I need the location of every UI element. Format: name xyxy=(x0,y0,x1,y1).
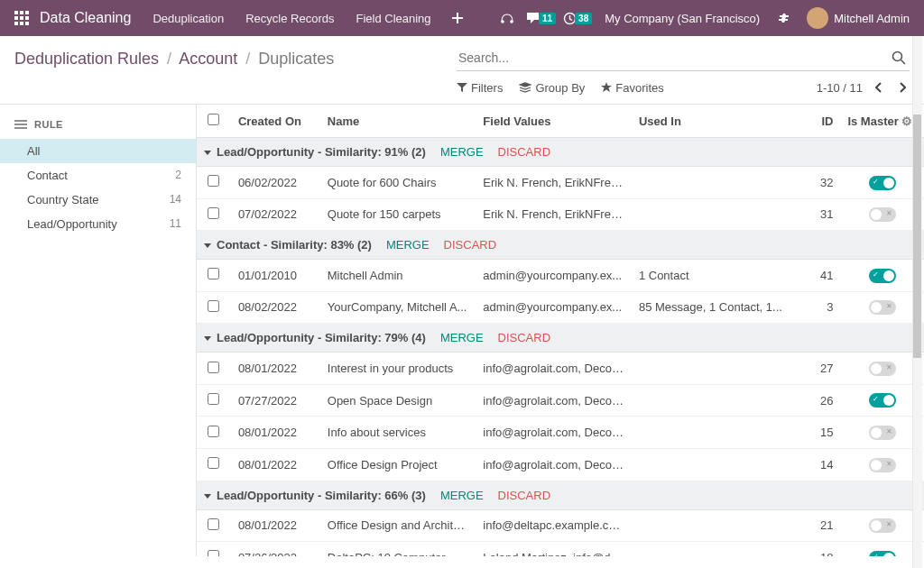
group-header[interactable]: Contact - Similarity: 83% (2)MERGEDISCAR… xyxy=(197,231,924,260)
merge-button[interactable]: MERGE xyxy=(440,489,484,502)
merge-button[interactable]: MERGE xyxy=(440,145,484,159)
table-row[interactable]: 01/01/2010Mitchell Adminadmin@yourcompan… xyxy=(197,260,924,292)
group-header[interactable]: Lead/Opportunity - Similarity: 66% (3)ME… xyxy=(197,481,924,509)
is-master-toggle[interactable]: ✕ xyxy=(869,300,896,315)
filters-button[interactable]: Filters xyxy=(457,81,503,95)
table-row[interactable]: 08/01/2022Interest in your productsinfo@… xyxy=(197,353,924,385)
row-checkbox[interactable] xyxy=(197,353,231,385)
cell-used-in xyxy=(632,542,793,556)
breadcrumb-root[interactable]: Deduplication Rules xyxy=(14,50,159,68)
nav-activities-icon[interactable]: 38 xyxy=(559,0,596,36)
sidebar-item-label: All xyxy=(27,144,40,158)
col-name[interactable]: Name xyxy=(320,105,476,138)
row-checkbox[interactable] xyxy=(197,198,231,231)
nav-recycle-records[interactable]: Recycle Records xyxy=(235,0,345,36)
sidebar-item-contact[interactable]: Contact2 xyxy=(0,163,196,188)
table-row[interactable]: 07/27/2022Open Space Designinfo@agrolait… xyxy=(197,384,924,417)
is-master-toggle[interactable]: ✕ xyxy=(869,518,896,533)
apps-menu-icon[interactable] xyxy=(7,4,36,32)
breadcrumb-mid[interactable]: Account xyxy=(179,50,237,68)
row-checkbox[interactable] xyxy=(197,509,231,542)
cell-used-in: 85 Message, 1 Contact, 1... xyxy=(632,291,793,324)
row-checkbox[interactable] xyxy=(197,417,231,449)
group-header[interactable]: Lead/Opportunity - Similarity: 79% (4)ME… xyxy=(197,324,924,353)
search-input[interactable] xyxy=(457,47,888,69)
group-header[interactable]: Lead/Opportunity - Similarity: 91% (2)ME… xyxy=(197,138,924,167)
cell-field-values: Erik N. French, ErikNFren... xyxy=(476,198,632,231)
optional-fields-icon[interactable]: ⚙ xyxy=(901,115,912,128)
nav-field-cleaning[interactable]: Field Cleaning xyxy=(345,0,441,36)
col-field-values[interactable]: Field Values xyxy=(476,105,632,138)
sidebar-item-all[interactable]: All xyxy=(0,139,196,163)
merge-button[interactable]: MERGE xyxy=(386,238,430,252)
pager-next-icon[interactable] xyxy=(895,80,910,95)
control-panel: Deduplication Rules / Account / Duplicat… xyxy=(0,36,924,104)
col-created-on[interactable]: Created On xyxy=(231,105,320,138)
is-master-toggle[interactable]: ✓ xyxy=(869,393,896,408)
discard-button[interactable]: DISCARD xyxy=(498,331,551,344)
col-id[interactable]: ID xyxy=(793,105,841,138)
cell-field-values: info@agrolait.com, Deco ... xyxy=(476,417,632,449)
sidebar-item-country-state[interactable]: Country State14 xyxy=(0,188,196,212)
header-checkbox[interactable] xyxy=(197,105,231,138)
is-master-toggle[interactable]: ✕ xyxy=(869,458,896,472)
discard-button[interactable]: DISCARD xyxy=(444,238,497,252)
scrollbar-thumb[interactable] xyxy=(913,115,921,358)
pager-prev-icon[interactable] xyxy=(872,80,886,95)
table-row[interactable]: 08/01/2022Office Design and Archite...in… xyxy=(197,509,924,542)
cell-used-in xyxy=(632,417,793,449)
svg-point-11 xyxy=(502,21,504,23)
nav-deduplication[interactable]: Deduplication xyxy=(142,0,235,36)
scrollbar-track[interactable] xyxy=(912,36,922,568)
row-checkbox[interactable] xyxy=(197,167,231,199)
merge-button[interactable]: MERGE xyxy=(440,331,484,344)
company-switcher[interactable]: My Company (San Francisco) xyxy=(596,0,769,36)
nav-support-icon[interactable] xyxy=(492,0,522,36)
search-icon[interactable] xyxy=(888,47,910,69)
is-master-toggle[interactable]: ✕ xyxy=(869,362,896,376)
row-checkbox[interactable] xyxy=(197,260,231,292)
caret-down-icon xyxy=(204,243,211,248)
nav-messages-icon[interactable]: 11 xyxy=(522,0,559,36)
cell-name: Office Design Project xyxy=(320,448,476,481)
table-row[interactable]: 07/02/2022Quote for 150 carpetsErik N. F… xyxy=(197,198,924,231)
cell-field-values: admin@yourcompany.ex... xyxy=(476,291,632,324)
row-checkbox[interactable] xyxy=(197,384,231,417)
sidebar-item-lead-opportunity[interactable]: Lead/Opportunity11 xyxy=(0,212,196,236)
cell-name: Interest in your products xyxy=(320,353,476,385)
nav-add-icon[interactable] xyxy=(442,0,473,36)
row-checkbox[interactable] xyxy=(197,291,231,324)
row-checkbox[interactable] xyxy=(197,542,231,556)
table-row[interactable]: 08/02/2022YourCompany, Mitchell A...admi… xyxy=(197,291,924,324)
sidebar-item-label: Country State xyxy=(27,193,99,206)
discard-button[interactable]: DISCARD xyxy=(498,489,551,502)
favorites-button[interactable]: Favorites xyxy=(601,81,663,95)
cell-id: 3 xyxy=(793,291,841,324)
nav-debug-icon[interactable] xyxy=(769,0,799,36)
is-master-toggle[interactable]: ✓ xyxy=(869,551,896,556)
cell-created-on: 08/01/2022 xyxy=(231,353,320,385)
app-brand[interactable]: Data Cleaning xyxy=(40,10,131,26)
table-row[interactable]: 07/26/2022DeltaPC: 10 Computer De...Lela… xyxy=(197,542,924,556)
col-used-in[interactable]: Used In xyxy=(632,105,793,138)
is-master-toggle[interactable]: ✕ xyxy=(869,207,896,222)
caret-down-icon xyxy=(204,336,211,341)
cell-created-on: 01/01/2010 xyxy=(231,260,320,292)
svg-rect-6 xyxy=(14,22,18,25)
sidebar-item-count: 11 xyxy=(170,217,181,231)
row-checkbox[interactable] xyxy=(197,448,231,481)
cell-field-values: Leland Martinez, info@de... xyxy=(476,542,632,556)
table-row[interactable]: 08/01/2022Office Design Projectinfo@agro… xyxy=(197,448,924,481)
table-row[interactable]: 08/01/2022Info about servicesinfo@agrola… xyxy=(197,417,924,449)
is-master-toggle[interactable]: ✓ xyxy=(869,176,896,190)
user-menu[interactable]: Mitchell Admin xyxy=(799,7,917,29)
table-row[interactable]: 06/02/2022Quote for 600 ChairsErik N. Fr… xyxy=(197,167,924,199)
top-navbar: Data Cleaning Deduplication Recycle Reco… xyxy=(0,0,924,36)
cell-name: Office Design and Archite... xyxy=(320,509,476,542)
groupby-button[interactable]: Group By xyxy=(519,81,585,95)
is-master-toggle[interactable]: ✓ xyxy=(869,269,896,283)
cell-used-in: 1 Contact xyxy=(632,260,793,292)
discard-button[interactable]: DISCARD xyxy=(498,145,551,159)
is-master-toggle[interactable]: ✕ xyxy=(869,426,896,440)
pager-text[interactable]: 1-10 / 11 xyxy=(817,81,863,95)
